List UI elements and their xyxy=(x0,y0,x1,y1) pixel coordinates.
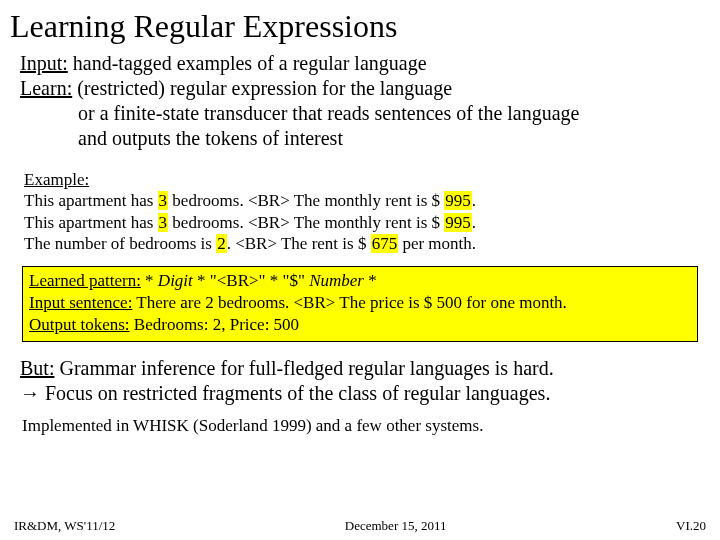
pattern-digit: Digit xyxy=(158,271,193,290)
learned-pattern-label: Learned pattern: xyxy=(29,271,141,290)
intro-line-3: or a finite-state transducer that reads … xyxy=(78,101,706,126)
slide-title: Learning Regular Expressions xyxy=(10,8,706,45)
text-frag: bedrooms. <BR> The monthly rent is $ xyxy=(168,191,444,210)
highlight: 3 xyxy=(158,191,169,210)
text-frag: . <BR> The rent is $ xyxy=(227,234,371,253)
intro-input-line: Input: hand-tagged examples of a regular… xyxy=(20,51,706,76)
learn-label: Learn: xyxy=(20,77,72,99)
text-frag: * "<BR>" * "$" xyxy=(193,271,309,290)
example-sentence-1: This apartment has 3 bedrooms. <BR> The … xyxy=(24,190,706,211)
example-block: Example: This apartment has 3 bedrooms. … xyxy=(24,169,706,254)
text-frag: The number of bedrooms is xyxy=(24,234,216,253)
footer-left: IR&DM, WS'11/12 xyxy=(14,518,115,534)
text-frag: This apartment has xyxy=(24,191,158,210)
text-frag: This apartment has xyxy=(24,213,158,232)
output-tokens-line: Output tokens: Bedrooms: 2, Price: 500 xyxy=(29,314,691,336)
but-block: But: Grammar inference for full-fledged … xyxy=(20,356,706,406)
output-tokens-text: Bedrooms: 2, Price: 500 xyxy=(130,315,300,334)
text-frag: * xyxy=(141,271,158,290)
highlight: 3 xyxy=(158,213,169,232)
input-sentence-text: There are 2 bedrooms. <BR> The price is … xyxy=(132,293,566,312)
but-text-2: Focus on restricted fragments of the cla… xyxy=(40,382,550,404)
but-label: But: xyxy=(20,357,54,379)
input-sentence-line: Input sentence: There are 2 bedrooms. <B… xyxy=(29,292,691,314)
input-sentence-label: Input sentence: xyxy=(29,293,132,312)
input-text: hand-tagged examples of a regular langua… xyxy=(68,52,427,74)
footer: IR&DM, WS'11/12 December 15, 2011 VI.20 xyxy=(14,518,706,534)
footer-center: December 15, 2011 xyxy=(345,518,447,534)
learn-text: (restricted) regular expression for the … xyxy=(72,77,452,99)
footer-right: VI.20 xyxy=(676,518,706,534)
but-line-2: → Focus on restricted fragments of the c… xyxy=(20,381,706,406)
highlight: 675 xyxy=(371,234,399,253)
intro-block: Input: hand-tagged examples of a regular… xyxy=(20,51,706,151)
highlight: 995 xyxy=(444,213,472,232)
example-sentence-3: The number of bedrooms is 2. <BR> The re… xyxy=(24,233,706,254)
example-sentence-2: This apartment has 3 bedrooms. <BR> The … xyxy=(24,212,706,233)
but-text-1: Grammar inference for full-fledged regul… xyxy=(54,357,553,379)
text-frag: bedrooms. <BR> The monthly rent is $ xyxy=(168,213,444,232)
arrow-icon: → xyxy=(20,382,40,404)
learned-pattern-box: Learned pattern: * Digit * "<BR>" * "$" … xyxy=(22,266,698,342)
example-label: Example: xyxy=(24,170,89,189)
input-label: Input: xyxy=(20,52,68,74)
intro-line-4: and outputs the tokens of interest xyxy=(78,126,706,151)
text-frag: . xyxy=(472,191,476,210)
text-frag: * xyxy=(364,271,377,290)
implementation-note: Implemented in WHISK (Soderland 1999) an… xyxy=(22,416,706,436)
output-tokens-label: Output tokens: xyxy=(29,315,130,334)
learned-pattern-line: Learned pattern: * Digit * "<BR>" * "$" … xyxy=(29,270,691,292)
pattern-number: Number xyxy=(309,271,364,290)
highlight: 2 xyxy=(216,234,227,253)
text-frag: . xyxy=(472,213,476,232)
intro-learn-line: Learn: (restricted) regular expression f… xyxy=(20,76,706,101)
text-frag: per month. xyxy=(398,234,476,253)
highlight: 995 xyxy=(444,191,472,210)
but-line-1: But: Grammar inference for full-fledged … xyxy=(20,356,706,381)
